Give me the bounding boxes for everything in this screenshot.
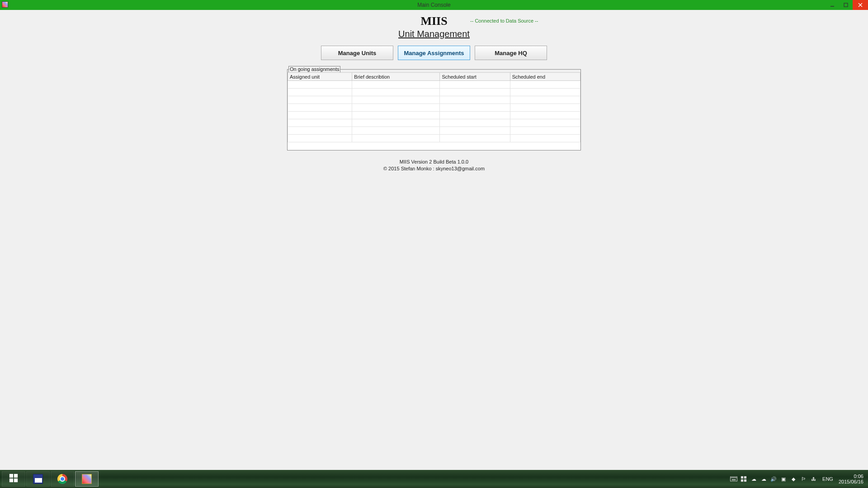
svg-rect-1 [844, 3, 848, 7]
nvidia-icon[interactable]: ◆ [790, 475, 797, 483]
keyboard-icon[interactable] [730, 475, 737, 483]
connection-status: -- Connected to Data Source -- [470, 18, 538, 23]
col-scheduled-start[interactable]: Scheduled start [440, 73, 510, 81]
floppy-icon [33, 474, 43, 484]
window-controls [826, 0, 868, 10]
app-title: MIIS [0, 14, 868, 28]
taskbar-app-floppy[interactable] [26, 471, 50, 487]
table-row[interactable] [288, 135, 580, 142]
svg-rect-4 [9, 474, 13, 478]
tab-manage-assignments[interactable]: Manage Assignments [398, 46, 470, 60]
tab-row: Manage Units Manage Assignments Manage H… [0, 46, 868, 60]
tab-label: Manage HQ [495, 50, 527, 56]
footer-text: MIIS Version 2 Build Beta 1.0.0 © 2015 S… [0, 159, 868, 173]
table-row[interactable] [288, 112, 580, 119]
clock-date: 2015/06/16 [839, 479, 863, 484]
table-row[interactable] [288, 89, 580, 96]
start-button[interactable] [2, 471, 25, 487]
table-row[interactable] [288, 81, 580, 89]
tab-manage-hq[interactable]: Manage HQ [475, 46, 547, 60]
svg-rect-7 [14, 479, 18, 482]
table-row[interactable] [288, 104, 580, 112]
col-scheduled-end[interactable]: Scheduled end [510, 73, 580, 81]
app-window-icon [82, 474, 92, 484]
svg-rect-9 [731, 477, 732, 478]
version-line: MIIS Version 2 Build Beta 1.0.0 [0, 159, 868, 165]
table-row[interactable] [288, 119, 580, 127]
tab-label: Manage Assignments [404, 50, 464, 56]
windows-icon [9, 473, 19, 485]
title-bar: Main Console [0, 0, 868, 10]
svg-rect-14 [732, 479, 736, 480]
tab-label: Manage Units [338, 50, 377, 56]
taskbar-right: ☁ ☁ 🔊 ▣ ◆ 🏳 🖧 ENG 0:06 2015/06/16 [730, 474, 866, 484]
cloud-icon[interactable]: ☁ [760, 475, 767, 483]
clock-time: 0:06 [839, 474, 863, 479]
safely-remove-icon[interactable]: ▣ [780, 475, 787, 483]
windows-tray-icon[interactable] [740, 475, 747, 483]
volume-icon[interactable]: 🔊 [770, 475, 777, 483]
assignments-grid-scroll[interactable]: Assigned unit Brief describtion Schedule… [288, 72, 580, 150]
table-row[interactable] [288, 96, 580, 104]
col-assigned-unit[interactable]: Assigned unit [288, 73, 352, 81]
taskbar-app-chrome[interactable] [51, 471, 74, 487]
ongoing-assignments-group: On going assignments Assigned unit Brief… [287, 69, 581, 150]
taskbar: ☁ ☁ 🔊 ▣ ◆ 🏳 🖧 ENG 0:06 2015/06/16 [0, 470, 868, 488]
svg-rect-10 [732, 477, 733, 478]
close-button[interactable] [853, 0, 868, 10]
maximize-button[interactable] [839, 0, 853, 10]
taskbar-app-current[interactable] [75, 471, 99, 487]
minimize-button[interactable] [826, 0, 839, 10]
taskbar-clock[interactable]: 0:06 2015/06/16 [839, 474, 866, 484]
onedrive-icon[interactable]: ☁ [750, 475, 757, 483]
window-title: Main Console [417, 2, 450, 8]
taskbar-left [2, 470, 99, 488]
language-indicator[interactable]: ENG [821, 476, 835, 482]
tray-icons: ☁ ☁ 🔊 ▣ ◆ 🏳 🖧 [730, 475, 817, 483]
chrome-icon [57, 474, 67, 484]
copyright-line: © 2015 Stefan Monko : skyneo13@gmail.com [0, 165, 868, 172]
svg-rect-15 [741, 476, 743, 479]
header-block: MIIS Unit Management -- Connected to Dat… [0, 14, 868, 39]
svg-rect-5 [14, 474, 18, 478]
network-icon[interactable]: 🖧 [810, 475, 817, 483]
app-icon [2, 1, 8, 8]
svg-rect-16 [744, 476, 746, 479]
svg-rect-13 [736, 477, 737, 478]
table-row[interactable] [288, 127, 580, 135]
col-brief-description[interactable]: Brief describtion [352, 73, 440, 81]
svg-rect-18 [744, 479, 746, 482]
svg-rect-12 [735, 477, 736, 478]
page-subtitle: Unit Management [0, 29, 868, 39]
assignments-grid: Assigned unit Brief describtion Schedule… [288, 72, 580, 142]
svg-rect-17 [741, 479, 743, 482]
svg-rect-6 [9, 479, 13, 482]
svg-rect-11 [733, 477, 734, 478]
flag-icon[interactable]: 🏳 [800, 475, 807, 483]
content-area: MIIS Unit Management -- Connected to Dat… [0, 10, 868, 173]
group-label: On going assignments [288, 66, 340, 72]
tab-manage-units[interactable]: Manage Units [321, 46, 393, 60]
